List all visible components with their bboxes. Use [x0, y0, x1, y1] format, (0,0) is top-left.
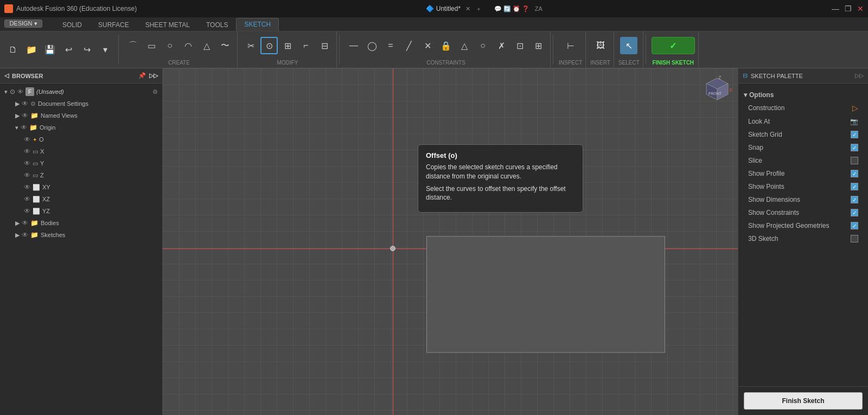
construction-row[interactable]: Construction ▷: [744, 101, 863, 115]
browser-item-yz[interactable]: 👁 ⬜ YZ: [0, 205, 162, 217]
x-eye[interactable]: 👁: [24, 148, 30, 155]
named-views-eye[interactable]: 👁: [22, 112, 28, 119]
arc-tool[interactable]: ◠: [180, 37, 197, 54]
redo-dropdown[interactable]: ▾: [97, 41, 114, 59]
finish-sketch-toolbar-button[interactable]: ✓: [652, 37, 695, 54]
doc-settings-eye[interactable]: 👁: [22, 100, 28, 107]
browser-item-origin[interactable]: ▾ 👁 📁 Origin: [0, 122, 162, 133]
parallel-constraint[interactable]: ✕: [419, 37, 436, 54]
triangle-constraint[interactable]: △: [456, 37, 473, 54]
root-expand-icon[interactable]: ▾: [4, 88, 8, 95]
origin-eye[interactable]: 👁: [21, 124, 27, 131]
3d-sketch-row[interactable]: 3D Sketch: [744, 232, 863, 245]
viewcube[interactable]: Z FRONT X: [701, 73, 733, 107]
rectangle-tool[interactable]: ▭: [143, 37, 160, 54]
mirror-tool[interactable]: ⊟: [316, 37, 333, 54]
sketches-expand[interactable]: ▶: [15, 232, 20, 239]
browser-item-z[interactable]: 👁 ▭ Z: [0, 169, 162, 181]
circle-constraint[interactable]: ○: [474, 37, 492, 54]
construction-arrow-icon[interactable]: ▷: [852, 104, 858, 112]
sketches-eye[interactable]: 👁: [22, 231, 28, 239]
options-section-header[interactable]: ▾ Options: [744, 89, 863, 101]
tab-sheet-metal[interactable]: SHEET METAL: [137, 18, 198, 31]
tab-solid[interactable]: SOLID: [54, 18, 90, 31]
browser-item-o[interactable]: 👁 ✦ O: [0, 133, 162, 145]
canvas-insert[interactable]: 🖼: [592, 37, 609, 54]
open-button[interactable]: 📁: [23, 41, 40, 59]
line-tool[interactable]: ⌒: [124, 37, 142, 54]
fillet-tool[interactable]: ⌐: [297, 37, 315, 54]
show-profile-row[interactable]: Show Profile ✓: [744, 167, 863, 180]
equal-constraint[interactable]: =: [382, 37, 399, 54]
line-constraint[interactable]: ╱: [400, 37, 418, 54]
ellipse-tool[interactable]: ◯: [363, 37, 381, 54]
browser-expand-icon[interactable]: ▷▷: [149, 72, 158, 79]
extend-tool[interactable]: ⊞: [279, 37, 296, 54]
undo-button[interactable]: ↩: [60, 41, 77, 59]
maximize-button[interactable]: ❐: [845, 4, 852, 13]
show-projected-checkbox[interactable]: ✓: [851, 222, 858, 229]
browser-item-root[interactable]: ▾ ⊙ 👁 F (Unsaved) ⚙: [0, 86, 162, 98]
snap-row[interactable]: Snap ✓: [744, 141, 863, 154]
origin-expand[interactable]: ▾: [15, 124, 18, 131]
circle-tool[interactable]: ○: [161, 37, 178, 54]
offset-tool[interactable]: ⊙: [260, 37, 278, 54]
root-settings-icon[interactable]: ⚙: [152, 88, 158, 95]
lookat-row[interactable]: Look At 📷: [744, 115, 863, 128]
finish-sketch-button[interactable]: Finish Sketch: [744, 392, 863, 410]
show-constraints-checkbox[interactable]: ✓: [851, 209, 858, 216]
tab-sketch[interactable]: SKETCH: [236, 18, 279, 31]
browser-item-doc-settings[interactable]: ▶ 👁 ⚙ Document Settings: [0, 98, 162, 110]
show-profile-checkbox[interactable]: ✓: [851, 170, 858, 177]
browser-item-named-views[interactable]: ▶ 👁 📁 Named Views: [0, 110, 162, 122]
3d-sketch-checkbox[interactable]: [851, 235, 858, 242]
show-projected-row[interactable]: Show Projected Geometries ✓: [744, 219, 863, 232]
design-dropdown[interactable]: DESIGN ▾: [4, 20, 42, 28]
palette-expand-icon[interactable]: ▷▷: [855, 72, 864, 79]
redo-button[interactable]: ↪: [78, 41, 95, 59]
browser-item-x[interactable]: 👁 ▭ X: [0, 145, 162, 157]
viewport[interactable]: Z FRONT X Offset (o) Copies the selected…: [163, 68, 738, 415]
spline-tool[interactable]: 〜: [216, 37, 234, 54]
stretch-tool[interactable]: ⊡: [511, 37, 528, 54]
sketch-grid-row[interactable]: Sketch Grid ✓: [744, 128, 863, 141]
browser-item-xz[interactable]: 👁 ⬜ XZ: [0, 193, 162, 205]
new-button[interactable]: 🗋: [4, 41, 22, 59]
browser-collapse-icon[interactable]: ◁: [4, 72, 9, 79]
named-views-expand[interactable]: ▶: [15, 112, 20, 119]
o-eye[interactable]: 👁: [24, 136, 30, 143]
doc-settings-expand[interactable]: ▶: [15, 100, 20, 107]
cross-constraint[interactable]: ✗: [493, 37, 510, 54]
show-dimensions-checkbox[interactable]: ✓: [851, 196, 858, 203]
tab-surface[interactable]: SURFACE: [90, 18, 137, 31]
sketch-grid-checkbox[interactable]: ✓: [851, 131, 858, 138]
y-eye[interactable]: 👁: [24, 159, 30, 167]
yz-eye[interactable]: 👁: [24, 207, 30, 215]
snap-checkbox[interactable]: ✓: [851, 144, 858, 151]
select-tool[interactable]: ↖: [620, 37, 637, 54]
lock-constraint[interactable]: 🔒: [437, 37, 455, 54]
show-points-row[interactable]: Show Points ✓: [744, 180, 863, 193]
slice-row[interactable]: Slice: [744, 154, 863, 167]
trim-tool[interactable]: ✂: [242, 37, 259, 54]
show-constraints-row[interactable]: Show Constraints ✓: [744, 206, 863, 219]
horizontal-constraint[interactable]: —: [345, 37, 362, 54]
z-eye[interactable]: 👁: [24, 171, 30, 179]
window-controls[interactable]: — ❐ ✕: [832, 4, 864, 13]
slice-checkbox[interactable]: [851, 157, 858, 164]
browser-pin-icon[interactable]: 📌: [138, 72, 146, 79]
tab-tools[interactable]: TOOLS: [198, 18, 236, 31]
symmetric-constraint[interactable]: ⊞: [529, 37, 547, 54]
browser-item-sketches[interactable]: ▶ 👁 📁 Sketches: [0, 229, 162, 241]
polygon-tool[interactable]: △: [198, 37, 215, 54]
browser-item-bodies[interactable]: ▶ 👁 📁 Bodies: [0, 217, 162, 229]
close-button[interactable]: ✕: [857, 4, 864, 13]
minimize-button[interactable]: —: [832, 4, 839, 13]
browser-item-y[interactable]: 👁 ▭ Y: [0, 157, 162, 169]
measure-tool[interactable]: ⊢: [562, 37, 579, 54]
bodies-expand[interactable]: ▶: [15, 220, 20, 227]
xy-eye[interactable]: 👁: [24, 183, 30, 191]
browser-item-xy[interactable]: 👁 ⬜ XY: [0, 181, 162, 193]
xz-eye[interactable]: 👁: [24, 195, 30, 203]
show-dimensions-row[interactable]: Show Dimensions ✓: [744, 193, 863, 206]
